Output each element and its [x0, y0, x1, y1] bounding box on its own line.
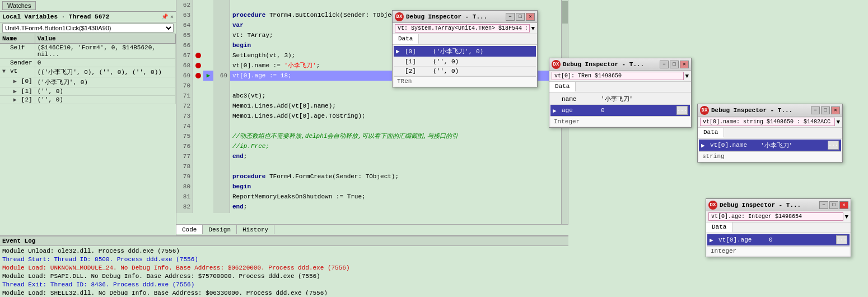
code-line[interactable]: 82 end;: [176, 202, 568, 212]
di3-maximize[interactable]: □: [821, 106, 830, 114]
breakpoint-zone[interactable]: [193, 182, 203, 192]
tab-code[interactable]: Code: [176, 225, 203, 234]
di2-row[interactable]: ▶ age 0 ···: [550, 105, 690, 117]
code-line[interactable]: 83: [176, 212, 568, 213]
di-dots[interactable]: ···: [834, 234, 850, 246]
di4-logo: DX: [708, 201, 717, 210]
code-line[interactable]: 80 begin: [176, 182, 568, 192]
line-content: [230, 212, 568, 213]
event-log: Event Log Module Unload: ole32.dll. Proc…: [0, 235, 568, 297]
close-icon[interactable]: ✕: [170, 13, 174, 20]
code-line[interactable]: 75 //动态数组也不需要释放,delphi会自动释放,可以看下面的汇编截图,与…: [176, 131, 568, 141]
di2-expr-input[interactable]: [552, 72, 684, 80]
di2-row[interactable]: name '小李飞刀': [550, 94, 690, 105]
di1-expr-input[interactable]: [395, 24, 530, 33]
breakpoint-zone[interactable]: [193, 111, 203, 121]
di4-dropdown-arrow[interactable]: ▼: [844, 214, 848, 220]
di3-expr-input[interactable]: [700, 118, 835, 126]
di1-type: TRen: [394, 76, 536, 86]
table-row[interactable]: Self($146CE10, 'Form4', 0, $14B5620, nil…: [0, 44, 176, 59]
di2-close[interactable]: ✕: [680, 61, 689, 68]
breakpoint-zone[interactable]: [193, 0, 203, 10]
di4-close[interactable]: ✕: [839, 201, 848, 209]
execution-arrow: [203, 61, 213, 71]
breakpoint-zone[interactable]: [193, 212, 203, 213]
di1-dropdown-arrow[interactable]: ▼: [531, 25, 535, 32]
di-dots[interactable]: ···: [674, 105, 690, 117]
di3-dropdown-arrow[interactable]: ▼: [836, 119, 840, 126]
breakpoint-zone[interactable]: [193, 192, 203, 202]
di4-expr-input[interactable]: [708, 212, 843, 221]
line-content: abc3(vt);: [230, 91, 568, 101]
di3-close[interactable]: ✕: [831, 106, 840, 114]
breakpoint-zone[interactable]: [193, 40, 203, 50]
breakpoint-zone[interactable]: [193, 131, 203, 141]
di3-row[interactable]: ▶ vt[0].name '小李飞刀' ···: [699, 140, 841, 151]
di4-maximize[interactable]: □: [829, 201, 838, 209]
breakpoint-zone[interactable]: [193, 151, 203, 161]
di2-maximize[interactable]: □: [670, 61, 679, 68]
di-index: [1]: [403, 57, 431, 67]
watches-button[interactable]: Watches: [2, 1, 36, 10]
breakpoint-zone[interactable]: [193, 71, 203, 81]
table-row[interactable]: ▼ vt(('小李飞刀', 0), ('', 0), ('', 0)): [0, 67, 176, 77]
breakpoint-zone[interactable]: [193, 91, 203, 101]
di-dots[interactable]: ···: [825, 140, 841, 151]
breakpoint-zone[interactable]: [193, 202, 203, 212]
di2-dropdown-arrow[interactable]: ▼: [685, 73, 689, 80]
code-line[interactable]: 78: [176, 161, 568, 171]
line-content: //动态数组也不需要释放,delphi会自动释放,可以看下面的汇编截图,与接口的…: [230, 131, 568, 141]
breakpoint-zone[interactable]: [193, 30, 203, 40]
table-row[interactable]: Sender0: [0, 59, 176, 67]
di1-row[interactable]: [2] ('', 0): [394, 67, 536, 76]
breakpoint-zone[interactable]: [193, 61, 203, 71]
di1-minimize[interactable]: −: [506, 13, 515, 21]
di4-row[interactable]: ▶ vt[0].age 0 ···: [707, 234, 850, 246]
scope-dropdown[interactable]: Unit4.TForm4.Button1Click($1430A90): [2, 24, 174, 33]
di1-tab-data[interactable]: Data: [393, 34, 419, 44]
code-line[interactable]: 76 //ip.Free;: [176, 141, 568, 151]
di2-minimize[interactable]: −: [660, 61, 669, 68]
breakpoint-zone[interactable]: [193, 10, 203, 20]
breakpoint-zone[interactable]: [193, 50, 203, 61]
code-line[interactable]: 74: [176, 121, 568, 131]
table-row[interactable]: ▶ [1]('', 0): [0, 87, 176, 96]
code-line[interactable]: 77 end;: [176, 151, 568, 161]
tab-history[interactable]: History: [237, 225, 274, 234]
code-line[interactable]: 79 procedure TForm4.FormCreate(Sender: T…: [176, 171, 568, 182]
line-number-2: [213, 10, 230, 20]
line-number: 76: [176, 141, 193, 151]
breakpoint-zone[interactable]: [193, 121, 203, 131]
code-line[interactable]: 81 ReportMemoryLeaksOnShutdown := True;: [176, 192, 568, 202]
breakpoint-zone[interactable]: [193, 171, 203, 182]
breakpoint-zone[interactable]: [193, 101, 203, 111]
di1-row[interactable]: ▶ [0] ('小李飞刀', 0): [394, 46, 536, 57]
code-line[interactable]: 73 Memo1.Lines.Add(vt[0].age.ToString);: [176, 111, 568, 121]
execution-arrow: [203, 202, 213, 212]
code-line[interactable]: 62: [176, 0, 568, 10]
di1-row[interactable]: [1] ('', 0): [394, 57, 536, 67]
tab-design[interactable]: Design: [203, 225, 237, 234]
di4-tab-data[interactable]: Data: [706, 222, 732, 233]
code-line[interactable]: 72 Memo1.Lines.Add(vt[0].name);: [176, 101, 568, 111]
line-number-2: [213, 111, 230, 121]
pin-icon[interactable]: 📌: [161, 13, 168, 20]
di1-maximize[interactable]: □: [516, 13, 525, 21]
table-row[interactable]: ▶ [2]('', 0): [0, 96, 176, 104]
line-number: 77: [176, 151, 193, 161]
breakpoint-zone[interactable]: [193, 161, 203, 171]
line-number: 71: [176, 91, 193, 101]
line-number-2: [213, 161, 230, 171]
code-line[interactable]: 71 abc3(vt);: [176, 91, 568, 101]
di2-tab-data[interactable]: Data: [549, 82, 576, 92]
di3-tab-data[interactable]: Data: [698, 128, 724, 138]
log-line: Module Load: UNKNOWN_MODULE_24. No Debug…: [2, 264, 566, 272]
di1-close[interactable]: ✕: [526, 13, 535, 21]
di-value: 0: [767, 234, 834, 246]
breakpoint-zone[interactable]: [193, 81, 203, 91]
breakpoint-zone[interactable]: [193, 20, 203, 30]
breakpoint-zone[interactable]: [193, 141, 203, 151]
di4-minimize[interactable]: −: [819, 201, 828, 209]
table-row[interactable]: ▶ [0]('小李飞刀', 0): [0, 77, 176, 87]
di3-minimize[interactable]: −: [811, 106, 820, 114]
